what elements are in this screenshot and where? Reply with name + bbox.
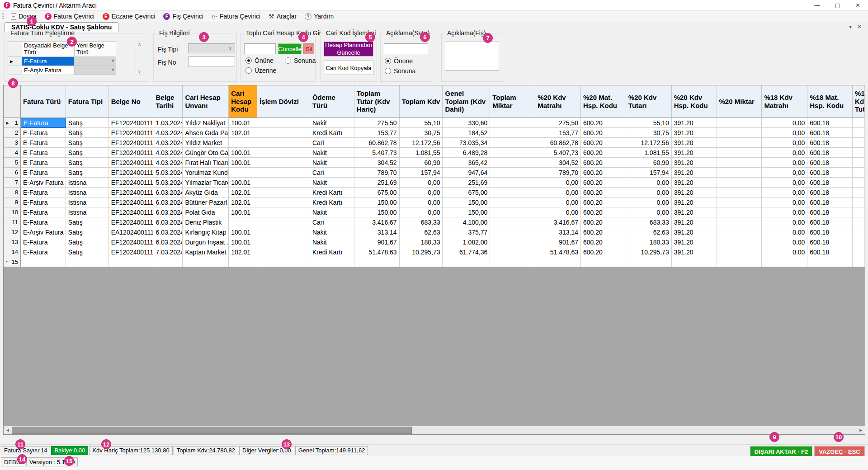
grid-cell[interactable]: 0,00 [762, 118, 807, 128]
grid-cell[interactable]: Deniz Plastik [183, 217, 229, 227]
row-selector[interactable]: 8 [4, 188, 21, 197]
grid-cell[interactable]: 600.20 [581, 227, 626, 237]
grid-cell[interactable]: 600.20 [581, 188, 626, 197]
grid-cell[interactable] [257, 128, 310, 138]
grid-cell[interactable]: 600.20 [581, 148, 626, 158]
grid-cell[interactable]: 150,00 [443, 207, 490, 217]
column-header-1[interactable]: Fatura Türü [21, 85, 66, 118]
grid-cell[interactable] [490, 128, 535, 138]
grid-cell[interactable]: 391.20 [672, 118, 717, 128]
grid-cell[interactable]: 683,33 [400, 217, 443, 227]
grid-cell[interactable]: 30,75 [400, 128, 443, 138]
grid-cell[interactable] [717, 128, 762, 138]
grid-cell[interactable]: 0,00 [762, 128, 807, 138]
grid-cell[interactable] [717, 178, 762, 188]
grid-cell[interactable]: 600.20 [581, 168, 626, 178]
grid-cell[interactable] [717, 148, 762, 158]
grid-cell[interactable]: 391.20 [672, 237, 717, 247]
grid-cell[interactable]: Durgun İnşaat … [183, 237, 229, 247]
grid-cell[interactable] [21, 257, 66, 267]
grid-cell[interactable] [490, 178, 535, 188]
grid-cell[interactable]: E-Fatura [21, 158, 66, 168]
grid-cell[interactable]: Kırlangıç Kitap … [183, 227, 229, 237]
grid-cell[interactable]: Fırat Halı Ticaret [183, 158, 229, 168]
grid-cell[interactable]: 60,90 [400, 158, 443, 168]
grid-cell[interactable]: Yıldız Market [183, 138, 229, 148]
grid-cell[interactable]: 5.03.2024 [153, 168, 183, 178]
grid-cell[interactable]: Satış [66, 128, 109, 138]
grid-cell[interactable]: 0,00 [400, 207, 443, 217]
grid-cell[interactable] [717, 138, 762, 148]
tab-close-icon[interactable]: ✕ [857, 24, 862, 30]
grid-cell[interactable]: EF12024001115… [109, 158, 154, 168]
grid-cell[interactable] [490, 247, 535, 257]
grid-cell[interactable]: 901,67 [535, 237, 581, 247]
grid-cell[interactable]: 600.18 [807, 118, 853, 128]
grid-cell[interactable]: Istisna [66, 188, 109, 197]
grid-cell[interactable]: 0,00 [400, 188, 443, 197]
grid-cell[interactable] [853, 188, 865, 197]
mapping-cell-earsiv[interactable]: E-Arşiv Fatura [22, 66, 75, 75]
grid-cell[interactable]: 391.20 [672, 178, 717, 188]
grid-cell[interactable] [354, 257, 400, 267]
grid-cell[interactable]: 600.18 [807, 207, 853, 217]
grid-cell[interactable] [853, 168, 865, 178]
grid-cell[interactable] [229, 217, 257, 227]
grid-cell[interactable]: 1.082,00 [443, 237, 490, 247]
grid-cell[interactable] [853, 247, 865, 257]
grid-cell[interactable]: EF12024001115… [109, 188, 154, 197]
grid-cell[interactable]: 55,10 [626, 118, 672, 128]
column-header-20[interactable]: %18 Kdv Tutarı [853, 85, 865, 118]
grid-cell[interactable] [400, 257, 443, 267]
grid-cell[interactable]: 600.18 [807, 188, 853, 197]
grid-cell[interactable] [490, 118, 535, 128]
scroll-up-icon[interactable]: ˄ [138, 42, 141, 47]
grid-cell[interactable] [853, 178, 865, 188]
grid-cell[interactable]: 100.01 [229, 178, 257, 188]
grid-cell[interactable]: 0,00 [762, 188, 807, 197]
grid-cell[interactable]: E-Fatura [21, 138, 66, 148]
grid-cell[interactable]: 3.416,67 [535, 217, 581, 227]
grid-cell[interactable]: Akyüz Gıda [183, 188, 229, 197]
grid-cell[interactable]: 0,00 [626, 207, 672, 217]
grid-cell[interactable]: 313,14 [354, 227, 400, 237]
grid-cell[interactable]: 600.18 [807, 247, 853, 257]
grid-cell[interactable]: 0,00 [762, 207, 807, 217]
mapping-cell-efatura[interactable]: E-Fatura [22, 57, 75, 66]
grid-cell[interactable]: 391.20 [672, 247, 717, 257]
grid-cell[interactable]: 157,94 [400, 168, 443, 178]
grid-cell[interactable]: 12.172,56 [400, 138, 443, 148]
grid-cell[interactable]: 600.20 [581, 247, 626, 257]
grid-cell[interactable]: Istisna [66, 178, 109, 188]
grid-cell[interactable]: EF12024001115… [109, 138, 154, 148]
mapping-dropdown-earsiv[interactable] [75, 66, 116, 75]
sil-button[interactable]: Sil [303, 43, 314, 54]
grid-cell[interactable] [257, 237, 310, 247]
grid-cell[interactable]: 10.295,73 [626, 247, 672, 257]
grid-cell[interactable]: 102.01 [229, 197, 257, 207]
grid-cell[interactable]: 0,00 [762, 158, 807, 168]
grid-cell[interactable]: Nakit [310, 207, 354, 217]
grid-cell[interactable] [257, 138, 310, 148]
grid-cell[interactable]: 0,00 [400, 178, 443, 188]
grid-cell[interactable]: 4.03.2024 [153, 128, 183, 138]
grid-cell[interactable]: Yorulmaz Kund… [183, 168, 229, 178]
mapping-col-dosyadaki[interactable]: Dosyadaki Belge Türü [22, 42, 75, 57]
grid-cell[interactable] [853, 207, 865, 217]
column-header-3[interactable]: Belge No [109, 85, 154, 118]
grid-cell[interactable]: 600.18 [807, 227, 853, 237]
grid-cell[interactable]: 6.03.2024 [153, 197, 183, 207]
grid-cell[interactable]: E-Fatura [21, 217, 66, 227]
row-selector[interactable]: 6 [4, 168, 21, 178]
grid-cell[interactable]: 61.774,36 [443, 247, 490, 257]
grid-cell[interactable] [490, 158, 535, 168]
grid-cell[interactable] [490, 197, 535, 207]
grid-cell[interactable]: Yıldız Nakliyat [183, 118, 229, 128]
grid-cell[interactable]: 60.862,78 [354, 138, 400, 148]
menu-item-yardim[interactable]: ?Yardım [301, 11, 338, 22]
grid-cell[interactable]: E-Fatura [21, 148, 66, 158]
grid-cell[interactable] [257, 188, 310, 197]
grid-cell[interactable] [490, 207, 535, 217]
grid-cell[interactable]: 0,00 [626, 188, 672, 197]
grid-cell[interactable]: 683,33 [626, 217, 672, 227]
